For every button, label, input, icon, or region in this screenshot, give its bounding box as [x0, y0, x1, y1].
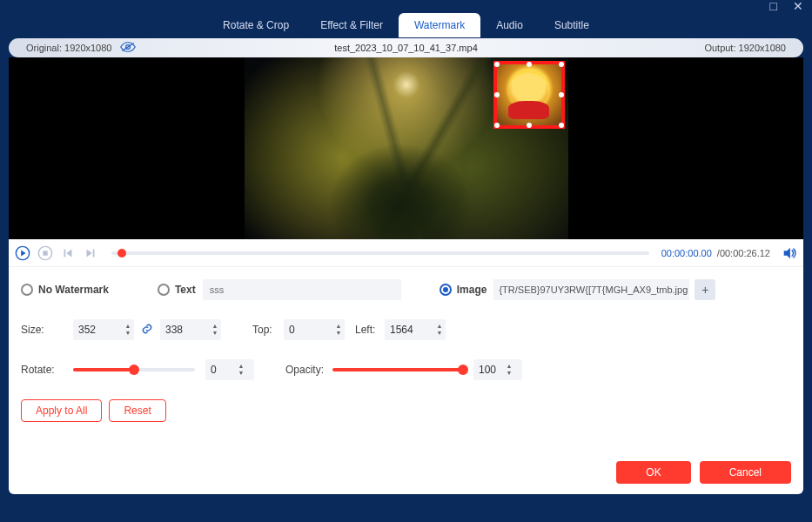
ok-button[interactable]: OK: [616, 461, 690, 484]
preview-toggle-icon[interactable]: [120, 41, 136, 55]
tab-rotate-crop[interactable]: Rotate & Crop: [207, 13, 305, 37]
svg-marker-10: [784, 247, 790, 258]
opacity-stepper[interactable]: ▲▼: [473, 359, 522, 380]
next-frame-icon[interactable]: [82, 244, 99, 262]
size-width-stepper[interactable]: ▲▼: [73, 319, 134, 340]
stop-icon[interactable]: [37, 244, 54, 262]
opacity-slider-knob[interactable]: [458, 365, 468, 375]
time-current: 00:00:00.00: [661, 248, 712, 258]
chevron-down-icon[interactable]: ▼: [235, 370, 247, 377]
timeline-playhead[interactable]: [117, 249, 126, 258]
timeline-scrubber[interactable]: [111, 251, 649, 255]
dialog-footer: OK Cancel: [616, 461, 791, 484]
chevron-up-icon[interactable]: ▲: [122, 323, 134, 330]
top-stepper[interactable]: ▲▼: [284, 319, 345, 340]
resize-handle-l[interactable]: [494, 92, 500, 97]
size-label: Size:: [21, 324, 73, 336]
original-label: Original: 1920x1080: [26, 43, 111, 53]
maximize-icon[interactable]: □: [770, 0, 777, 13]
svg-marker-9: [87, 249, 92, 257]
chevron-down-icon[interactable]: ▼: [332, 330, 345, 337]
no-watermark-label: No Watermark: [38, 284, 109, 296]
size-height-stepper[interactable]: ▲▼: [160, 319, 221, 340]
opacity-input[interactable]: [473, 364, 503, 376]
opacity-label: Opacity:: [285, 364, 332, 376]
chevron-down-icon[interactable]: ▼: [433, 330, 446, 337]
chevron-up-icon[interactable]: ▲: [209, 323, 221, 330]
chevron-down-icon[interactable]: ▼: [122, 330, 134, 337]
resize-handle-r[interactable]: [559, 92, 564, 97]
chevron-down-icon[interactable]: ▼: [503, 370, 515, 377]
chevron-up-icon[interactable]: ▲: [332, 323, 345, 330]
add-image-button[interactable]: +: [695, 279, 715, 300]
resize-handle-t[interactable]: [527, 62, 532, 67]
chevron-down-icon[interactable]: ▼: [209, 330, 221, 337]
text-label: Text: [175, 284, 196, 296]
play-icon[interactable]: [14, 244, 31, 262]
rotate-slider[interactable]: [73, 368, 195, 371]
window-titlebar: □ ✕: [0, 0, 812, 12]
resize-handle-bl[interactable]: [494, 123, 500, 128]
resize-handle-tr[interactable]: [559, 62, 564, 67]
left-label: Left:: [355, 324, 385, 336]
rotate-stepper[interactable]: ▲▼: [205, 359, 254, 380]
output-label: Output: 1920x1080: [704, 43, 803, 53]
reset-button[interactable]: Reset: [109, 399, 165, 422]
opacity-slider[interactable]: [332, 368, 463, 371]
volume-icon[interactable]: [781, 244, 798, 262]
resolution-info-bar: Original: 1920x1080 test_2023_10_07_10_4…: [9, 38, 803, 57]
watermark-panel: No Watermark Text Image {TR/SEB}97UY3RW{…: [9, 267, 803, 494]
svg-marker-3: [21, 250, 25, 256]
rotate-label: Rotate:: [21, 364, 73, 376]
image-label: Image: [457, 284, 487, 296]
top-input[interactable]: [284, 324, 332, 336]
tab-subtitle[interactable]: Subtitle: [539, 13, 605, 37]
left-stepper[interactable]: ▲▼: [385, 319, 446, 340]
apply-to-all-button[interactable]: Apply to All: [21, 399, 102, 422]
prev-frame-icon[interactable]: [59, 244, 77, 262]
resize-handle-br[interactable]: [559, 123, 564, 128]
rotate-input[interactable]: [205, 364, 235, 376]
rotate-slider-knob[interactable]: [129, 365, 139, 375]
playback-bar: 00:00:00.00/00:00:26.12: [9, 239, 803, 267]
radio-image[interactable]: [440, 284, 452, 296]
svg-rect-5: [43, 251, 47, 255]
tab-watermark[interactable]: Watermark: [399, 13, 480, 37]
svg-rect-8: [93, 249, 95, 257]
tab-audio[interactable]: Audio: [480, 13, 539, 37]
radio-no-watermark[interactable]: [21, 284, 33, 296]
image-path-display: {TR/SEB}97UY3RW{[7T{MGH_AX9_tmb.jpg: [493, 279, 689, 300]
watermark-overlay[interactable]: [493, 61, 565, 129]
video-preview: [9, 57, 803, 239]
filename-label: test_2023_10_07_10_41_37.mp4: [334, 43, 478, 53]
editor-tabs: Rotate & Crop Effect & Filter Watermark …: [0, 12, 812, 38]
top-label: Top:: [252, 324, 284, 336]
size-height-input[interactable]: [160, 324, 209, 336]
link-aspect-icon[interactable]: [141, 323, 153, 338]
time-duration: /00:00:26.12: [717, 248, 770, 258]
cancel-button[interactable]: Cancel: [700, 461, 791, 484]
chevron-up-icon[interactable]: ▲: [235, 363, 247, 370]
left-input[interactable]: [385, 324, 433, 336]
resize-handle-b[interactable]: [527, 123, 532, 128]
tab-effect-filter[interactable]: Effect & Filter: [305, 13, 399, 37]
svg-rect-6: [64, 249, 66, 257]
text-watermark-input[interactable]: [203, 279, 401, 300]
video-frame[interactable]: [245, 57, 568, 239]
radio-text[interactable]: [158, 284, 170, 296]
chevron-up-icon[interactable]: ▲: [503, 363, 515, 370]
close-icon[interactable]: ✕: [793, 0, 803, 13]
size-width-input[interactable]: [73, 324, 122, 336]
resize-handle-tl[interactable]: [494, 62, 500, 67]
svg-marker-7: [66, 249, 71, 257]
chevron-up-icon[interactable]: ▲: [433, 323, 446, 330]
